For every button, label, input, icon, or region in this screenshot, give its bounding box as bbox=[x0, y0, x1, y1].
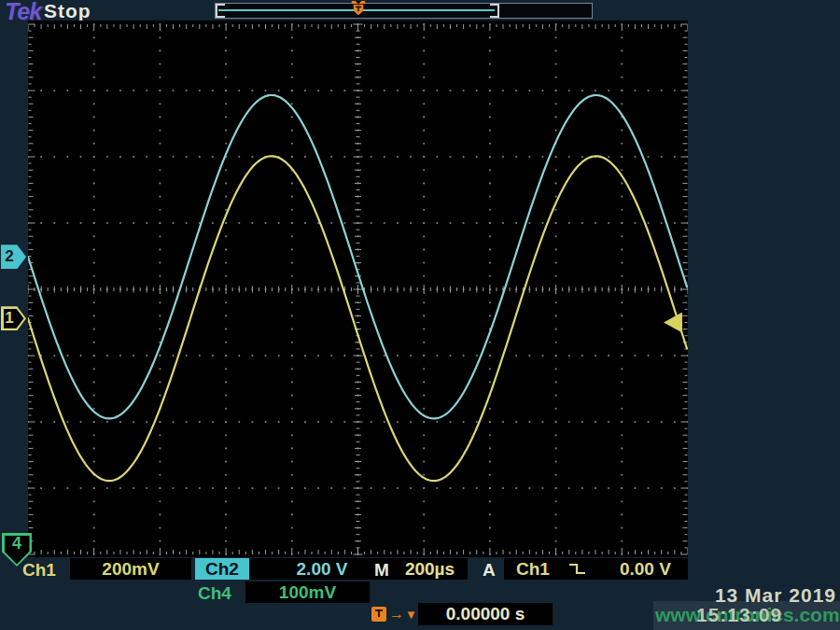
trigger-source: Ch1 bbox=[516, 558, 550, 580]
ch2-scale-readout: 2.00 V bbox=[249, 558, 395, 580]
ch4-label: Ch4 bbox=[198, 582, 231, 604]
arrow-right-icon: → bbox=[389, 606, 404, 623]
trigger-position-in-record-icon bbox=[351, 1, 364, 15]
timebase-readout: 200µs bbox=[392, 558, 468, 580]
trigger-delay-indicator: → ▼ bbox=[371, 603, 417, 625]
acquisition-status: Stop bbox=[44, 0, 91, 22]
triangle-down-icon: ▼ bbox=[405, 608, 417, 622]
falling-edge-icon bbox=[568, 561, 586, 577]
trigger-delay-icon bbox=[371, 607, 386, 622]
time-display: 15:13:09 bbox=[696, 604, 782, 626]
record-view-bar bbox=[215, 3, 593, 19]
channel4-marker-label: 4 bbox=[2, 534, 32, 553]
trigger-mode-label: A bbox=[483, 559, 496, 581]
channel4-position-marker: 4 bbox=[2, 533, 32, 567]
ch1-scale-readout: 200mV bbox=[70, 558, 191, 580]
channel2-position-marker: 2 bbox=[1, 245, 26, 269]
channel1-marker-label: 1 bbox=[1, 309, 18, 328]
trigger-level-value: 0.00 V bbox=[620, 558, 671, 580]
timebase-label: M bbox=[374, 559, 389, 581]
ch2-label-selected: Ch2 bbox=[195, 558, 249, 580]
delay-time-readout: 0.00000 s bbox=[418, 603, 553, 625]
trigger-readout: Ch1 0.00 V bbox=[504, 558, 688, 580]
oscilloscope-graticule bbox=[28, 21, 688, 557]
channel1-position-marker: 1 bbox=[1, 306, 26, 330]
channel2-marker-label: 2 bbox=[1, 247, 18, 266]
ch4-scale-readout: 100mV bbox=[245, 581, 370, 603]
